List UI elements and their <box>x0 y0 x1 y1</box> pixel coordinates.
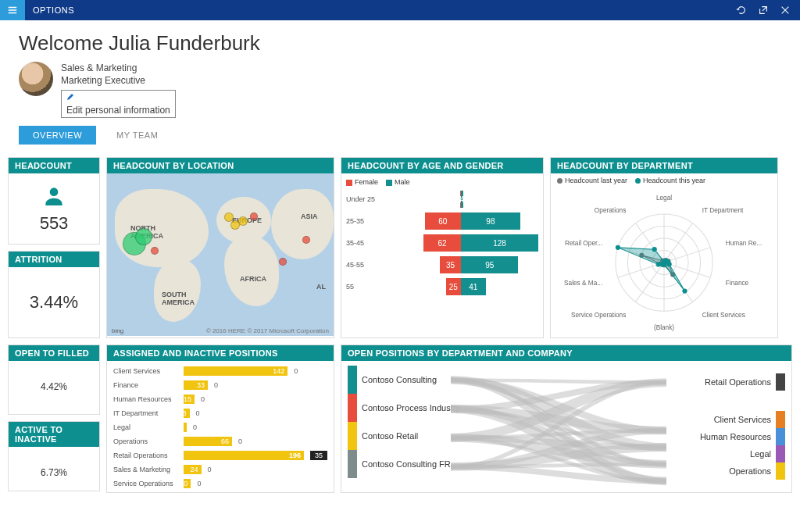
tile-age-gender[interactable]: HEADCOUNT BY AGE AND GENDER Female Male … <box>341 157 544 338</box>
svg-line-6 <box>664 248 710 262</box>
svg-text:Finance: Finance <box>726 280 749 287</box>
tile-department-radar[interactable]: HEADCOUNT BY DEPARTMENT Headcount last y… <box>550 157 778 338</box>
tab-myteam[interactable]: MY TEAM <box>102 126 172 145</box>
svg-point-29 <box>667 262 672 266</box>
kpi-open-to-filled-value: 4.42% <box>41 381 67 392</box>
profile-block: Sales & Marketing Marketing Executive Ed… <box>19 62 781 118</box>
bing-attribution: bing <box>112 327 123 334</box>
map-label-as: ASIA <box>301 212 318 220</box>
age-row: 45-553595 <box>346 256 538 273</box>
assigned-row: Retail Operations19635 <box>113 448 327 462</box>
svg-text:Retail Oper...: Retail Oper... <box>565 240 602 247</box>
legend-female: Female <box>346 178 378 186</box>
radar-chart: LegalIT DepartmentHuman Re...FinanceClie… <box>551 187 777 334</box>
kpi-headcount[interactable]: HEADCOUNT 553 <box>8 157 100 245</box>
sankey-target: Operations <box>700 462 785 480</box>
legend-this-year: Headcount this year <box>635 177 705 184</box>
tile-age-gender-title: HEADCOUNT BY AGE AND GENDER <box>341 158 543 173</box>
age-row: 552541 <box>346 278 538 295</box>
kpi-headcount-title: HEADCOUNT <box>9 158 99 173</box>
profile-department: Sales & Marketing <box>61 62 176 74</box>
sankey-target: Human Resources <box>700 428 785 445</box>
kpi-attrition-title: ATTRITION <box>9 252 99 267</box>
legend-male: Male <box>386 178 410 186</box>
tile-assigned-inactive-title: ASSIGNED AND INACTIVE POSITIONS <box>107 345 334 361</box>
svg-text:Service Operations: Service Operations <box>571 312 626 319</box>
age-row: 25-356098 <box>346 212 538 230</box>
svg-point-34 <box>616 245 620 250</box>
hamburger-icon[interactable] <box>0 0 25 20</box>
popout-icon[interactable] <box>758 5 769 16</box>
close-icon[interactable] <box>780 5 791 16</box>
svg-text:Operations: Operations <box>595 207 626 214</box>
sankey-target: Client Services <box>700 411 785 428</box>
svg-text:IT Department: IT Department <box>702 207 744 214</box>
svg-text:Legal: Legal <box>656 195 672 202</box>
map-label-al: AL <box>316 283 326 291</box>
titlebar: OPTIONS <box>0 0 800 20</box>
legend-last-year: Headcount last year <box>557 177 627 184</box>
tile-open-positions-title: OPEN POSITIONS BY DEPARTMENT AND COMPANY <box>341 345 791 361</box>
assigned-row: Legal40 <box>113 420 327 434</box>
sankey-target: Legal <box>700 445 785 462</box>
kpi-active-to-inactive-title: ACTIVE TO INACTIVE <box>9 422 99 447</box>
svg-text:Client Services: Client Services <box>702 312 745 319</box>
svg-text:Human Re...: Human Re... <box>726 240 762 247</box>
map-label-af: AFRICA <box>240 275 266 283</box>
kpi-active-to-inactive-value: 6.73% <box>41 467 67 478</box>
assigned-row: Operations660 <box>113 434 327 448</box>
map-attribution: © 2016 HERE © 2017 Microsoft Corporation <box>206 327 329 334</box>
assigned-row: Client Services1420 <box>113 364 327 378</box>
pencil-icon <box>66 93 74 101</box>
tile-headcount-location[interactable]: HEADCOUNT BY LOCATION NORTHAMERICA SOUTH… <box>106 157 334 338</box>
svg-point-30 <box>682 288 687 293</box>
options-label: OPTIONS <box>33 5 74 15</box>
tile-department-radar-title: HEADCOUNT BY DEPARTMENT <box>551 158 777 173</box>
tile-open-positions-sankey[interactable]: OPEN POSITIONS BY DEPARTMENT AND COMPANY… <box>341 345 792 493</box>
world-map: NORTHAMERICA SOUTHAMERICA EUROPE AFRICA … <box>107 173 334 336</box>
svg-point-32 <box>660 262 665 267</box>
kpi-active-to-inactive[interactable]: ACTIVE TO INACTIVE 6.73% <box>8 421 100 491</box>
assigned-row: Service Operations100 <box>113 477 327 491</box>
profile-role: Marketing Executive <box>61 74 176 87</box>
assigned-row: Human Resources150 <box>113 392 327 406</box>
sankey-target: Retail Operations <box>700 373 785 391</box>
svg-point-35 <box>652 247 657 252</box>
person-icon <box>41 184 66 209</box>
svg-point-33 <box>656 262 661 266</box>
page-title: Welcome Julia Funderburk <box>19 31 781 55</box>
assigned-row: Finance330 <box>113 378 327 392</box>
svg-text:(Blank): (Blank) <box>654 324 674 331</box>
age-row: 35-4562128 <box>346 234 538 252</box>
kpi-headcount-value: 553 <box>40 213 69 234</box>
edit-personal-info-label: Edit personal information <box>66 104 170 116</box>
sankey-flows <box>451 366 666 486</box>
edit-personal-info-button[interactable]: Edit personal information <box>61 90 176 118</box>
kpi-attrition[interactable]: ATTRITION 3.44% <box>8 251 100 338</box>
kpi-attrition-value: 3.44% <box>30 292 78 312</box>
age-row: Under 2514 <box>346 191 538 208</box>
assigned-row: Sales & Marketing240 <box>113 462 327 477</box>
kpi-open-to-filled-title: OPEN TO FILLED <box>9 345 99 361</box>
map-label-sa: SOUTHAMERICA <box>162 291 195 306</box>
tile-assigned-inactive[interactable]: ASSIGNED AND INACTIVE POSITIONS Client S… <box>106 345 334 493</box>
avatar <box>19 62 53 96</box>
svg-text:Sales & Ma...: Sales & Ma... <box>564 280 602 287</box>
tile-headcount-location-title: HEADCOUNT BY LOCATION <box>107 158 334 173</box>
assigned-row: IT Department80 <box>113 406 327 420</box>
kpi-open-to-filled[interactable]: OPEN TO FILLED 4.42% <box>8 345 100 415</box>
refresh-icon[interactable] <box>736 5 747 16</box>
tab-overview[interactable]: OVERVIEW <box>19 126 96 145</box>
